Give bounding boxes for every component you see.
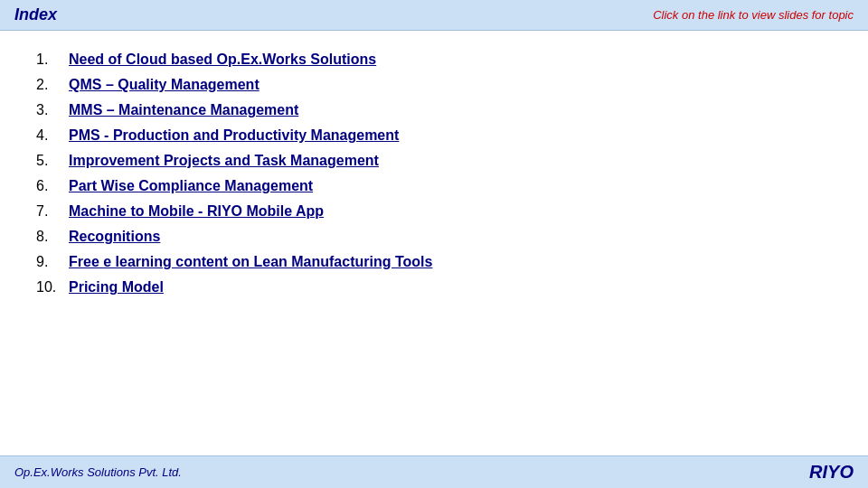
item-link[interactable]: Improvement Projects and Task Management [69,153,379,169]
list-item: 10.Pricing Model [36,275,832,300]
list-item: 9.Free e learning content on Lean Manufa… [36,249,832,275]
item-link[interactable]: Pricing Model [69,279,164,296]
item-link[interactable]: PMS - Production and Productivity Manage… [69,127,399,144]
main-content: 1.Need of Cloud based Op.Ex.Works Soluti… [0,31,868,455]
item-link[interactable]: QMS – Quality Management [69,77,259,93]
item-number: 4. [36,127,69,144]
header-subtitle: Click on the link to view slides for top… [653,8,854,22]
footer-company: Op.Ex.Works Solutions Pvt. Ltd. [14,465,182,479]
item-link[interactable]: Free e learning content on Lean Manufact… [69,254,432,270]
item-link[interactable]: Recognitions [69,229,160,245]
list-item: 6.Part Wise Compliance Management [36,174,832,199]
header-bar: Index Click on the link to view slides f… [0,0,868,31]
item-number: 2. [36,77,69,93]
list-item: 5.Improvement Projects and Task Manageme… [36,148,832,174]
item-number: 1. [36,52,69,68]
item-number: 6. [36,178,69,194]
item-number: 7. [36,203,69,220]
item-link[interactable]: Machine to Mobile - RIYO Mobile App [69,203,324,220]
index-list: 1.Need of Cloud based Op.Ex.Works Soluti… [36,47,832,300]
footer-bar: Op.Ex.Works Solutions Pvt. Ltd. RIYO [0,455,868,488]
list-item: 2.QMS – Quality Management [36,72,832,98]
item-link[interactable]: Part Wise Compliance Management [69,178,313,194]
list-item: 8.Recognitions [36,224,832,249]
item-link[interactable]: MMS – Maintenance Management [69,102,298,118]
item-number: 5. [36,153,69,169]
header-title: Index [14,5,57,24]
list-item: 1.Need of Cloud based Op.Ex.Works Soluti… [36,47,832,72]
list-item: 7.Machine to Mobile - RIYO Mobile App [36,199,832,224]
item-number: 9. [36,254,69,270]
item-number: 10. [36,279,69,296]
footer-logo: RIYO [809,462,854,483]
page-wrapper: Index Click on the link to view slides f… [0,0,868,488]
item-link[interactable]: Need of Cloud based Op.Ex.Works Solution… [69,52,376,68]
item-number: 8. [36,229,69,245]
item-number: 3. [36,102,69,118]
list-item: 4.PMS - Production and Productivity Mana… [36,123,832,148]
list-item: 3.MMS – Maintenance Management [36,98,832,123]
